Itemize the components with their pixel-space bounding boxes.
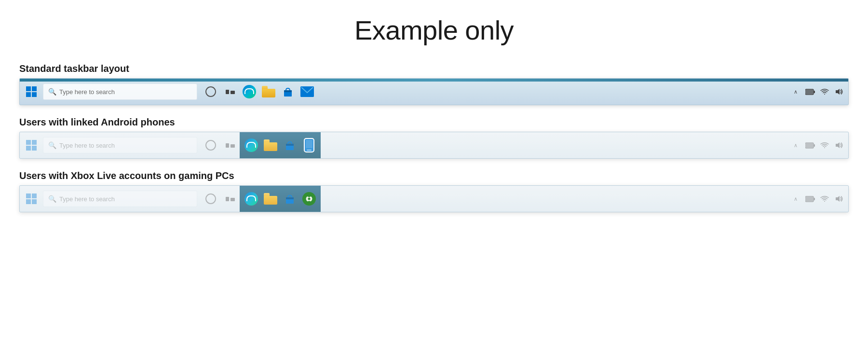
svg-rect-16 [286,144,294,146]
xbox-logo [305,194,313,203]
phone-app-icon-android[interactable] [299,132,319,159]
section-android-label: Users with linked Android phones [19,117,849,128]
files-app-icon[interactable] [259,78,278,105]
tray-volume-icon-xbox[interactable] [833,185,845,212]
section-xbox: Users with Xbox Live accounts on gaming … [19,170,849,212]
tray-battery-icon[interactable] [804,78,816,105]
edge-app-icon-xbox[interactable] [242,185,261,212]
start-button-xbox[interactable] [20,185,43,212]
svg-rect-34 [806,197,813,201]
system-tray-standard: ∧ [787,78,848,105]
search-bar-xbox[interactable]: 🔍 Type here to search [43,191,197,207]
search-icon: 🔍 [48,88,56,96]
svg-rect-9 [806,90,813,94]
xbox-app-icon[interactable] [299,185,319,212]
mail-icon [300,86,314,97]
svg-rect-12 [32,140,37,145]
store-icon [282,85,294,98]
svg-rect-21 [814,144,815,147]
section-xbox-label: Users with Xbox Live accounts on gaming … [19,170,849,181]
pinned-apps-xbox [240,185,321,212]
store-app-icon[interactable] [278,78,298,105]
tray-wifi-icon-android[interactable] [818,132,831,159]
search-icon-android: 🔍 [48,141,56,149]
xbox-icon [302,192,316,206]
taskbar-android: 🔍 Type here to search [19,132,849,159]
svg-rect-13 [26,146,31,151]
svg-rect-24 [26,193,31,198]
svg-marker-35 [836,196,840,202]
taskview-button[interactable] [220,78,240,105]
tray-wifi-icon[interactable] [818,78,831,105]
svg-rect-19 [306,140,312,148]
tray-chevron-icon-android[interactable]: ∧ [789,132,802,159]
pinned-apps-standard [240,78,317,105]
cortana-icon-xbox [205,193,216,204]
taskview-icon [226,90,235,94]
svg-rect-27 [32,199,37,204]
tray-wifi-icon-xbox[interactable] [818,185,831,212]
tray-chevron-icon[interactable]: ∧ [789,78,802,105]
cortana-icon [205,86,216,97]
tray-volume-icon[interactable] [833,78,845,105]
folder-icon-xbox [264,193,277,205]
search-bar[interactable]: 🔍 Type here to search [43,83,197,100]
svg-rect-11 [26,140,31,145]
search-placeholder-xbox: Type here to search [59,195,115,203]
tray-battery-icon-android[interactable] [804,132,816,159]
taskbar-xbox: 🔍 Type here to search [19,185,849,212]
windows-logo-icon [26,86,37,97]
cortana-button-xbox[interactable] [201,185,220,212]
folder-icon [262,86,275,97]
page-title: Example only [354,14,514,46]
files-app-icon-android[interactable] [261,132,280,159]
taskview-button-android[interactable] [220,132,240,159]
windows-logo-icon-xbox [26,193,37,204]
search-bar-android[interactable]: 🔍 Type here to search [43,137,197,153]
search-placeholder-text: Type here to search [59,88,115,96]
taskview-button-xbox[interactable] [220,185,240,212]
svg-rect-5 [284,90,292,92]
pinned-apps-android [240,132,321,159]
phone-icon-android [304,138,314,152]
svg-rect-33 [814,198,815,200]
cortana-button[interactable] [201,78,220,105]
tray-chevron-icon-xbox[interactable]: ∧ [789,185,802,212]
svg-rect-0 [26,86,31,91]
store-icon-xbox [284,193,296,205]
search-placeholder-android: Type here to search [59,142,115,149]
store-app-icon-xbox[interactable] [280,185,299,212]
start-button[interactable] [20,78,43,105]
cortana-button-android[interactable] [201,132,220,159]
svg-rect-29 [286,197,294,199]
svg-rect-18 [307,150,312,151]
section-android: Users with linked Android phones 🔍 Type … [19,117,849,159]
tray-volume-icon-android[interactable] [833,132,845,159]
svg-rect-2 [26,92,31,97]
search-icon-xbox: 🔍 [48,195,56,203]
windows-logo-icon-android [26,140,37,151]
svg-marker-23 [836,142,840,148]
system-tray-android: ∧ [787,132,848,159]
taskbar-accent [20,79,848,82]
taskview-icon-xbox [226,197,235,201]
svg-rect-14 [32,146,37,151]
files-app-icon-xbox[interactable] [261,185,280,212]
svg-rect-26 [26,199,31,204]
folder-icon-android [264,139,277,151]
svg-rect-25 [32,193,37,198]
edge-icon-xbox [244,192,258,206]
tray-battery-icon-xbox[interactable] [804,185,816,212]
system-tray-xbox: ∧ [787,185,848,212]
svg-rect-8 [814,91,815,93]
taskbar-standard: 🔍 Type here to search [19,78,849,105]
edge-app-icon[interactable] [240,78,259,105]
edge-app-icon-android[interactable] [242,132,261,159]
start-button-android[interactable] [20,132,43,159]
svg-rect-3 [32,92,37,97]
mail-app-icon[interactable] [298,78,317,105]
cortana-icon-android [205,140,216,151]
section-standard: Standard taskbar layout 🔍 Type here to s… [19,63,849,105]
svg-marker-10 [836,89,840,95]
store-app-icon-android[interactable] [280,132,299,159]
